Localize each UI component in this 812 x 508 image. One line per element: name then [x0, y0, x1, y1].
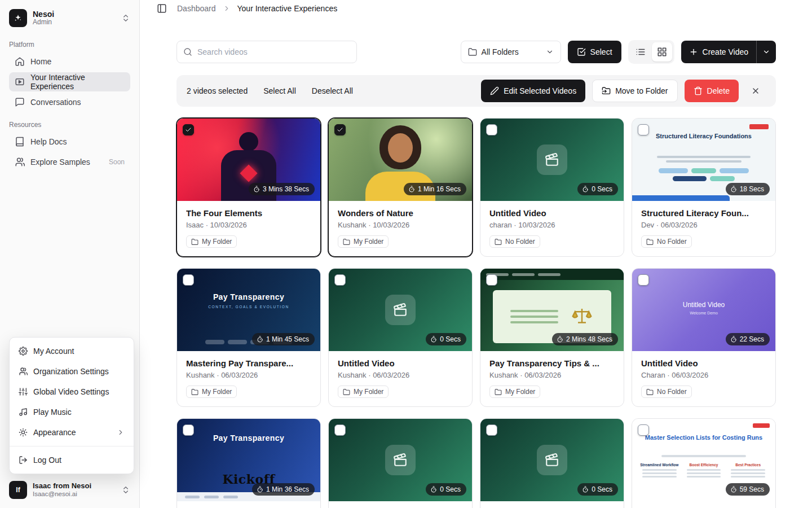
sidebar-item-label: Explore Samples: [30, 157, 90, 167]
folder-icon: [343, 238, 350, 246]
menu-item-label: My Account: [33, 347, 74, 356]
search-input[interactable]: [176, 41, 357, 63]
video-card[interactable]: 2 Mins 48 Secs Pay Transparency Tips & .…: [480, 268, 624, 407]
video-thumbnail: Untitled VideoWelcome Demo 22 Secs: [632, 269, 775, 351]
folder-icon: [495, 238, 502, 246]
video-checkbox[interactable]: [638, 424, 649, 436]
close-selection-button[interactable]: [745, 81, 766, 101]
pencil-icon: [490, 86, 499, 95]
list-view-button[interactable]: [630, 42, 651, 62]
delete-button[interactable]: Delete: [685, 80, 739, 102]
folder-icon: [646, 238, 654, 246]
folder-chip-label: My Folder: [202, 388, 232, 396]
folder-chip: My Folder: [489, 386, 540, 398]
create-video-dropdown-button[interactable]: [756, 41, 776, 63]
menu-item[interactable]: Global Video Settings: [13, 382, 130, 402]
video-card[interactable]: 0 Secs Untitled Video Kushank · 06/03/20…: [328, 268, 473, 407]
folder-chip: My Folder: [338, 235, 389, 248]
duration-badge: 0 Secs: [577, 183, 618, 195]
folder-filter-select[interactable]: All Folders: [461, 41, 561, 63]
video-checkbox[interactable]: [334, 424, 346, 436]
trash-icon: [694, 86, 703, 95]
create-video-button[interactable]: Create Video: [681, 41, 756, 63]
chevron-down-icon: [762, 48, 770, 56]
menu-item[interactable]: Play Music: [13, 402, 130, 422]
avatar: If: [9, 481, 27, 499]
menu-item[interactable]: Appearance: [13, 422, 130, 443]
sidebar: Nesoi Admin Platform Home Your Interacti…: [0, 0, 140, 508]
video-card[interactable]: 0 Secs Untitled Video: [328, 418, 473, 508]
video-thumbnail: Master Selection Lists for Costing RunsS…: [632, 419, 775, 501]
video-title: Untitled Video: [489, 208, 615, 218]
folder-chip: No Folder: [641, 235, 692, 248]
video-card[interactable]: Master Selection Lists for Costing RunsS…: [632, 418, 776, 508]
video-checkbox[interactable]: [486, 274, 497, 286]
sidebar-toggle-button[interactable]: [153, 0, 170, 17]
video-checkbox[interactable]: [638, 274, 649, 286]
breadcrumb-separator-icon: [223, 5, 231, 12]
video-icon: [15, 77, 25, 87]
deselect-all-button[interactable]: Deselect All: [312, 86, 353, 95]
video-card[interactable]: 0 Secs Untitled Video charan · 10/03/202…: [480, 118, 624, 257]
menu-item[interactable]: Organization Settings: [13, 361, 130, 382]
video-checkbox[interactable]: [183, 124, 194, 135]
move-to-folder-button[interactable]: Move to Folder: [592, 80, 677, 102]
video-checkbox[interactable]: [334, 274, 346, 286]
duration-text: 1 Min 36 Secs: [266, 485, 309, 493]
folder-chip: My Folder: [186, 386, 237, 398]
folder-chip-label: My Folder: [505, 388, 535, 396]
video-checkbox[interactable]: [183, 424, 194, 436]
grid-view-button[interactable]: [652, 42, 672, 62]
search-icon: [183, 47, 192, 56]
video-title: The Four Elements: [186, 208, 311, 218]
breadcrumb-current: Your Interactive Experiences: [237, 4, 338, 13]
folder-chip-label: No Folder: [657, 388, 687, 396]
menu-item[interactable]: My Account: [13, 341, 130, 361]
video-byline: Dev · 06/03/2026: [641, 221, 766, 229]
sidebar-item[interactable]: Explore Samples Soon: [9, 152, 130, 172]
sidebar-item-label: Your Interactive Experiences: [30, 73, 125, 91]
folder-icon: [646, 388, 654, 396]
breadcrumb: Dashboard Your Interactive Experiences: [140, 0, 812, 17]
platform-nav: Home Your Interactive Experiences Conver…: [9, 52, 130, 113]
logout-menu-item[interactable]: Log Out: [13, 450, 130, 470]
video-grid: 3 Mins 38 Secs The Four Elements Isaac ·…: [176, 118, 776, 508]
timer-icon: [253, 186, 260, 192]
sidebar-item[interactable]: Your Interactive Experiences: [9, 72, 130, 91]
breadcrumb-parent[interactable]: Dashboard: [177, 4, 216, 13]
users-icon: [15, 157, 25, 167]
video-card[interactable]: 3 Mins 38 Secs The Four Elements Isaac ·…: [176, 118, 321, 257]
folder-chip-label: No Folder: [657, 238, 687, 246]
video-card[interactable]: Pay TransparencyKickoff 1 Min 36 Secs Ma…: [176, 418, 321, 508]
toolbar: All Folders Select Create Video: [176, 40, 776, 64]
selection-count: 2 videos selected: [187, 86, 248, 95]
video-checkbox[interactable]: [486, 124, 497, 135]
edit-selected-button[interactable]: Edit Selected Videos: [481, 80, 585, 102]
folder-chip: My Folder: [338, 386, 389, 398]
duration-text: 22 Secs: [740, 335, 764, 343]
user-footer[interactable]: If Isaac from Nesoi Isaac@nesoi.ai: [9, 476, 130, 501]
folder-chip-label: No Folder: [505, 238, 535, 246]
video-card[interactable]: Untitled VideoWelcome Demo 22 Secs Untit…: [632, 268, 776, 407]
org-switcher[interactable]: Nesoi Admin: [9, 7, 130, 33]
sidebar-item[interactable]: Conversations: [9, 93, 130, 112]
video-checkbox[interactable]: [486, 424, 497, 436]
select-all-button[interactable]: Select All: [263, 86, 296, 95]
duration-text: 1 Min 16 Secs: [418, 185, 461, 193]
video-card[interactable]: 1 Min 16 Secs Wonders of Nature Kushank …: [328, 118, 473, 257]
video-checkbox[interactable]: [183, 274, 194, 286]
duration-text: 18 Secs: [740, 185, 764, 193]
sidebar-item[interactable]: Home: [9, 52, 130, 71]
video-card[interactable]: 0 Secs Untitled Video: [480, 418, 624, 508]
video-byline: Charan · 06/03/2026: [641, 371, 766, 379]
duration-badge: 59 Secs: [726, 483, 770, 496]
duration-badge: 0 Secs: [577, 483, 618, 496]
video-checkbox[interactable]: [334, 124, 346, 135]
video-checkbox[interactable]: [638, 124, 649, 135]
close-icon: [751, 86, 760, 95]
menu-item-label: Appearance: [33, 428, 76, 437]
video-card[interactable]: Structured Literacy Foundations 18 Secs …: [632, 118, 776, 257]
select-button[interactable]: Select: [568, 41, 621, 63]
sidebar-item[interactable]: Help Docs: [9, 132, 130, 151]
video-card[interactable]: Pay TransparencyContext, Goals & Evoluti…: [176, 268, 321, 407]
